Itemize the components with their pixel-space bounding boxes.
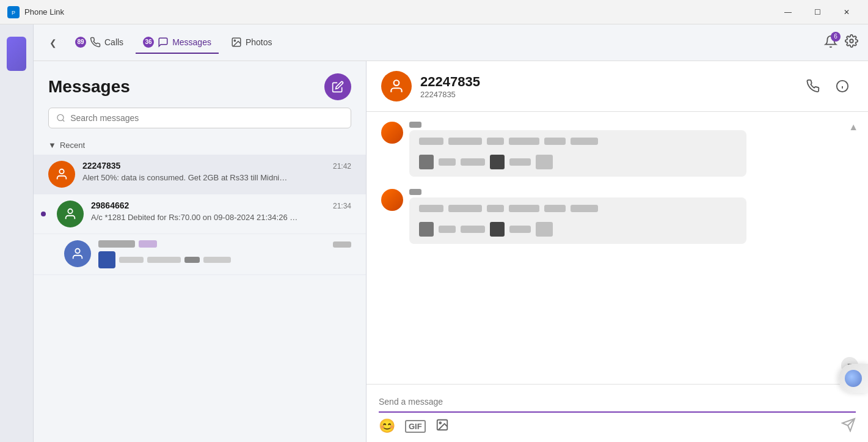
search-input[interactable] <box>70 113 343 123</box>
message-input[interactable] <box>379 397 856 407</box>
search-box[interactable] <box>48 108 351 128</box>
tab-calls[interactable]: 89 Calls <box>68 32 131 54</box>
svg-point-5 <box>57 114 64 120</box>
svg-point-15 <box>439 422 441 424</box>
settings-button[interactable] <box>845 34 858 51</box>
msg-sender-label <box>409 122 421 128</box>
recent-header[interactable]: ▼ Recent <box>34 136 366 155</box>
msg-content-2 <box>419 205 737 237</box>
message-input-box <box>379 392 856 413</box>
avatar-22247835 <box>48 161 75 188</box>
photos-icon <box>231 37 242 48</box>
message-content-29864662: 29864662 21:34 A/c *1281 Debited for Rs:… <box>91 201 351 222</box>
app-icon: P <box>7 6 20 18</box>
gif-button[interactable]: GIF <box>405 420 426 433</box>
navbar: ❮ 89 Calls 36 Messages <box>34 24 868 61</box>
compose-button[interactable] <box>324 73 351 100</box>
compose-icon <box>332 81 344 93</box>
message-time: 21:42 <box>333 162 351 171</box>
msg-sender-label-2 <box>409 189 421 195</box>
chat-contact-number: 22247835 <box>420 90 793 99</box>
msg-avatar-1 <box>381 122 403 144</box>
notifications-button[interactable]: 6 <box>824 35 837 51</box>
svg-point-7 <box>59 169 64 174</box>
message-item-22247835[interactable]: 22247835 21:42 Alert 50%: data is consum… <box>34 155 366 194</box>
photos-label: Photos <box>246 37 272 47</box>
messages-icon <box>158 37 169 48</box>
msg-bubble-wrapper-2 <box>409 189 746 244</box>
app-body: ❮ 89 Calls 36 Messages <box>0 24 868 442</box>
message-content-22247835: 22247835 21:42 Alert 50%: data is consum… <box>82 161 351 182</box>
send-button[interactable] <box>841 418 856 435</box>
message-time-2: 21:34 <box>333 202 351 210</box>
nav-right-actions: 6 <box>824 34 858 51</box>
chat-header-actions <box>802 75 853 97</box>
notifications-badge: 6 <box>831 32 841 42</box>
messages-list-area: ▼ Recent 22247835 <box>34 136 366 442</box>
svg-point-10 <box>394 80 399 86</box>
scroll-up-button[interactable]: ▲ <box>848 122 858 133</box>
message-name: 22247835 <box>82 161 120 171</box>
msg-avatar-2 <box>381 189 403 211</box>
image-button[interactable] <box>436 418 449 435</box>
calls-badge: 89 <box>75 37 86 48</box>
messages-header: Messages <box>34 61 366 108</box>
calls-icon <box>90 37 101 48</box>
blur-time <box>333 241 351 248</box>
minimize-button[interactable]: — <box>774 3 802 21</box>
panels: Messages <box>34 61 868 442</box>
message-name-2: 29864662 <box>91 201 129 210</box>
unread-dot <box>41 212 46 216</box>
msg-content-1 <box>419 138 737 169</box>
messages-panel: Messages <box>34 61 367 442</box>
phone-preview <box>7 37 26 71</box>
gear-icon <box>845 34 858 48</box>
svg-point-3 <box>234 40 235 41</box>
chat-message-1 <box>381 122 853 177</box>
avatar-blurred <box>64 240 91 267</box>
msg-bubble-wrapper-1 <box>409 122 746 177</box>
message-preview-2: A/c *1281 Debited for Rs:70.00 on 09-08-… <box>91 213 299 222</box>
message-item-blurred[interactable] <box>34 234 366 275</box>
chat-avatar <box>381 71 412 101</box>
info-button[interactable] <box>831 75 853 97</box>
chat-header: 22247835 22247835 <box>367 61 868 112</box>
svg-point-4 <box>850 39 853 43</box>
avatar-29864662 <box>57 201 84 227</box>
messages-title: Messages <box>48 77 130 97</box>
message-item-29864662[interactable]: 29864662 21:34 A/c *1281 Debited for Rs:… <box>34 194 366 234</box>
chat-messages: ▲ <box>367 112 868 384</box>
call-button[interactable] <box>802 75 824 97</box>
recent-arrow: ▼ <box>48 141 56 150</box>
recent-label: Recent <box>60 141 85 150</box>
msg-bubble-1 <box>409 130 746 177</box>
tab-photos[interactable]: Photos <box>224 32 280 54</box>
maximize-button[interactable]: ☐ <box>803 3 831 21</box>
message-preview: Alert 50%: data is consumed. Get 2GB at … <box>82 173 290 182</box>
messages-badge: 36 <box>143 37 154 48</box>
nav-back-button[interactable]: ❮ <box>43 33 63 53</box>
cortana-button[interactable] <box>839 364 868 393</box>
chat-message-2 <box>381 189 853 244</box>
chat-info: 22247835 22247835 <box>420 74 793 99</box>
chat-input-area: 😊 GIF <box>367 384 868 442</box>
calls-label: Calls <box>104 37 123 47</box>
close-button[interactable]: ✕ <box>833 3 861 21</box>
svg-text:P: P <box>12 10 15 16</box>
search-icon <box>56 113 65 123</box>
tab-messages[interactable]: 36 Messages <box>136 32 219 54</box>
input-toolbar: 😊 GIF <box>379 418 856 435</box>
msg-bubble-2 <box>409 197 746 244</box>
svg-point-9 <box>75 249 79 253</box>
message-content-blurred <box>98 240 351 268</box>
window-controls: — ☐ ✕ <box>774 3 861 21</box>
message-top: 22247835 21:42 <box>82 161 351 171</box>
message-top-3 <box>98 240 351 248</box>
emoji-button[interactable]: 😊 <box>379 418 395 434</box>
main-content: ❮ 89 Calls 36 Messages <box>34 24 868 442</box>
chat-contact-name: 22247835 <box>420 74 793 90</box>
titlebar: P Phone Link — ☐ ✕ <box>0 0 868 24</box>
svg-point-8 <box>68 209 72 213</box>
messages-label: Messages <box>172 37 211 47</box>
message-top-2: 29864662 21:34 <box>91 201 351 210</box>
